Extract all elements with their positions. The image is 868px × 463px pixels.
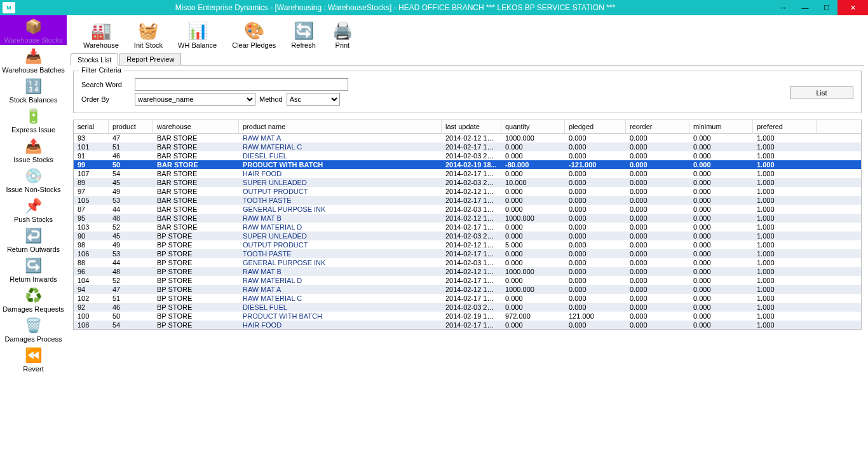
table-row[interactable]: 9347BAR STORERAW MAT A2014-02-12 13:...1… (74, 134, 861, 142)
column-header[interactable]: reorder (626, 120, 689, 133)
sidebar-item-stock-balances[interactable]: 🔢Stock Balances (0, 75, 67, 105)
init-stock-button[interactable]: 🧺Init Stock (132, 19, 165, 50)
column-header[interactable]: product (109, 120, 153, 133)
table-row[interactable]: 10653BP STORETOOTH PASTE2014-02-17 14:..… (74, 249, 861, 258)
cell: 50 (109, 160, 153, 169)
column-header[interactable]: minimum (689, 120, 753, 133)
cell: 0.000 (689, 294, 753, 303)
cell: 0.000 (501, 258, 565, 267)
table-row[interactable]: 10151BAR STORERAW MATERIAL C2014-02-17 1… (74, 142, 861, 151)
clear-pledges-button[interactable]: 🎨Clear Pledges (229, 19, 278, 50)
table-row[interactable]: 10050BP STOREPRODUCT WITH BATCH2014-02-1… (74, 312, 861, 321)
wh-balance-button[interactable]: 📊WH Balance (175, 19, 219, 50)
sidebar-item-warehouse-stocks[interactable]: 📦Warehouse Stocks (0, 15, 67, 45)
list-button[interactable]: List (790, 86, 853, 99)
search-input[interactable] (135, 78, 348, 91)
sidebar-item-issue-stocks[interactable]: 📤Issue Stocks (0, 135, 67, 165)
cell: 5.000 (501, 240, 565, 249)
sidebar-item-revert[interactable]: ⏪Revert (0, 344, 67, 374)
sidebar-item-damages-requests[interactable]: ♻️Damages Requests (0, 284, 67, 314)
cell: 0.000 (626, 240, 689, 249)
toolbar-label: Init Stock (134, 41, 163, 49)
cell: 0.000 (565, 214, 626, 223)
close-button[interactable]: ✕ (837, 0, 868, 15)
cell: PRODUCT WITH BATCH (239, 160, 442, 169)
table-row[interactable]: 9146BAR STOREDIESEL FUEL2014-02-03 20:..… (74, 151, 861, 160)
sidebar-item-push-stocks[interactable]: 📌Push Stocks (0, 195, 67, 225)
column-header[interactable]: product name (239, 120, 442, 133)
sidebar-item-issue-non-stocks[interactable]: 💿Issue Non-Stocks (0, 165, 67, 195)
sidebar-item-label: Warehouse Stocks (4, 36, 63, 44)
toolbar-icon: 📊 (186, 20, 209, 41)
table-row[interactable]: 8844BP STOREGENERAL PURPOSE INK2014-02-0… (74, 258, 861, 267)
cell: 1.000 (753, 160, 817, 169)
cell: 0.000 (501, 276, 565, 285)
sidebar-item-label: Damages Process (5, 335, 62, 343)
cell: 52 (109, 223, 153, 232)
cell: BP STORE (153, 312, 239, 321)
column-header[interactable]: last update (442, 120, 501, 133)
table-row[interactable]: 9648BP STORERAW MAT B2014-02-12 13:...10… (74, 267, 861, 276)
table-row[interactable]: 10854BP STOREHAIR FOOD2014-02-17 14:...0… (74, 321, 861, 329)
cell: BP STORE (153, 285, 239, 294)
table-row[interactable]: 9950BAR STOREPRODUCT WITH BATCH2014-02-1… (74, 160, 861, 169)
tab-report-preview[interactable]: Report Preview (119, 53, 181, 65)
cell: 0.000 (626, 258, 689, 267)
cell: 0.000 (626, 196, 689, 205)
cell: SUPER UNLEADED (239, 232, 442, 240)
table-row[interactable]: 10754BAR STOREHAIR FOOD2014-02-17 14:...… (74, 169, 861, 178)
method-select[interactable]: Asc (287, 93, 340, 106)
tab-stocks-list[interactable]: Stocks List (71, 53, 118, 66)
table-row[interactable]: 8744BAR STOREGENERAL PURPOSE INK2014-02-… (74, 205, 861, 214)
table-row[interactable]: 9849BP STOREOUTPUT PRODUCT2014-02-12 13:… (74, 240, 861, 249)
sidebar-icon: ⏪ (24, 347, 44, 364)
table-row[interactable]: 9045BP STORESUPER UNLEADED2014-02-03 20:… (74, 232, 861, 240)
sidebar-item-warehouse-batches[interactable]: 📥Warehouse Batches (0, 45, 67, 75)
cell: 0.000 (565, 321, 626, 329)
sidebar-item-return-inwards[interactable]: ↪️Return Inwards (0, 254, 67, 284)
cell: 0.000 (565, 294, 626, 303)
cell: 0.000 (626, 142, 689, 151)
table-row[interactable]: 8945BAR STORESUPER UNLEADED2014-02-03 20… (74, 178, 861, 187)
cell: BAR STORE (153, 151, 239, 160)
order-by-select[interactable]: warehouse_name (135, 93, 255, 106)
cell: 0.000 (689, 214, 753, 223)
cell: 0.000 (689, 312, 753, 321)
cell: 0.000 (565, 134, 626, 142)
sidebar-icon: 🗑️ (24, 317, 44, 335)
cell: 2014-02-12 13:... (442, 134, 501, 142)
refresh-button[interactable]: 🔄Refresh (288, 19, 318, 50)
sidebar-item-express-issue[interactable]: 🔋Express Issue (0, 105, 67, 135)
warehouse-button[interactable]: 🏭Warehouse (81, 19, 121, 50)
table-row[interactable]: 10251BP STORERAW MATERIAL C2014-02-17 14… (74, 294, 861, 303)
sidebar-item-damages-process[interactable]: 🗑️Damages Process (0, 314, 67, 344)
cell: 0.000 (689, 151, 753, 160)
cell: 1.000 (753, 303, 817, 312)
cell: 0.000 (626, 214, 689, 223)
table-row[interactable]: 10452BP STORERAW MATERIAL D2014-02-17 14… (74, 276, 861, 285)
table-row[interactable]: 9548BAR STORERAW MAT B2014-02-12 13:...1… (74, 214, 861, 223)
cell: RAW MAT A (239, 134, 442, 142)
minimize-button[interactable]: — (794, 0, 816, 15)
table-row[interactable]: 9447BP STORERAW MAT A2014-02-12 13:...10… (74, 285, 861, 294)
cell: 101 (74, 142, 109, 151)
column-header[interactable]: warehouse (153, 120, 239, 133)
column-header[interactable]: pledged (565, 120, 626, 133)
cell: 2014-02-19 17:... (442, 312, 501, 321)
table-row[interactable]: 10352BAR STORERAW MATERIAL D2014-02-17 1… (74, 223, 861, 232)
sidebar-item-label: Express Issue (11, 126, 55, 134)
sidebar-item-return-outwards[interactable]: ↩️Return Outwards (0, 225, 67, 254)
table-row[interactable]: 9246BP STOREDIESEL FUEL2014-02-03 20:...… (74, 303, 861, 312)
table-row[interactable]: 9749BAR STOREOUTPUT PRODUCT2014-02-12 13… (74, 187, 861, 196)
table-row[interactable]: 10553BAR STORETOOTH PASTE2014-02-17 14:.… (74, 196, 861, 205)
print-button[interactable]: 🖨️Print (329, 19, 356, 50)
tab-strip: Stocks List Report Preview (71, 53, 864, 66)
move-icon[interactable]: ↔ (773, 0, 794, 15)
cell: 108 (74, 321, 109, 329)
column-header[interactable]: quantity (501, 120, 565, 133)
cell: 47 (109, 134, 153, 142)
column-header[interactable]: serial (74, 120, 109, 133)
maximize-button[interactable]: ☐ (816, 0, 837, 15)
cell: BAR STORE (153, 169, 239, 178)
column-header[interactable]: prefered (753, 120, 817, 133)
